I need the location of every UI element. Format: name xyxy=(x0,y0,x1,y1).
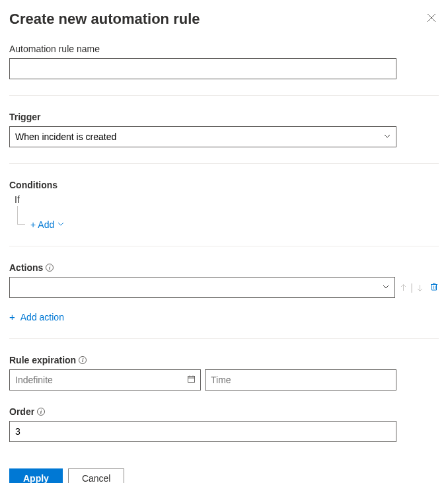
apply-button[interactable]: Apply xyxy=(9,468,63,483)
plus-icon: + xyxy=(9,311,15,322)
divider xyxy=(9,246,439,246)
divider xyxy=(9,95,439,96)
chevron-down-icon xyxy=(57,219,65,230)
move-up-icon xyxy=(399,283,408,292)
cancel-button[interactable]: Cancel xyxy=(68,468,125,483)
separator: | xyxy=(410,282,413,293)
delete-action-button[interactable] xyxy=(429,282,439,293)
expiration-label: Rule expiration i xyxy=(9,355,439,365)
conditions-if-text: If xyxy=(13,194,439,205)
expiration-time-input[interactable] xyxy=(205,369,396,390)
order-input[interactable] xyxy=(9,421,396,442)
add-action-label: Add action xyxy=(20,312,64,322)
rule-name-input[interactable] xyxy=(9,58,396,79)
add-condition-label: + Add xyxy=(30,219,54,230)
trigger-label: Trigger xyxy=(9,112,439,122)
order-label: Order i xyxy=(9,406,439,417)
rule-name-label: Automation rule name xyxy=(9,44,439,54)
info-icon[interactable]: i xyxy=(46,264,54,272)
add-action-button[interactable]: + Add action xyxy=(9,311,64,322)
trash-icon xyxy=(429,283,439,293)
expiration-date-input[interactable] xyxy=(9,369,201,390)
actions-label: Actions i xyxy=(9,262,439,273)
info-icon[interactable]: i xyxy=(79,356,87,364)
close-button[interactable] xyxy=(424,11,439,27)
tree-branch-line xyxy=(17,206,25,225)
conditions-label: Conditions xyxy=(9,180,439,190)
divider xyxy=(9,338,439,339)
page-title: Create new automation rule xyxy=(9,11,200,28)
action-select[interactable] xyxy=(9,277,395,298)
divider xyxy=(9,163,439,164)
trigger-select[interactable]: When incident is created xyxy=(9,126,396,147)
add-condition-button[interactable]: + Add xyxy=(30,219,65,230)
move-down-icon xyxy=(416,283,424,292)
info-icon[interactable]: i xyxy=(37,408,45,416)
close-icon xyxy=(427,15,436,24)
